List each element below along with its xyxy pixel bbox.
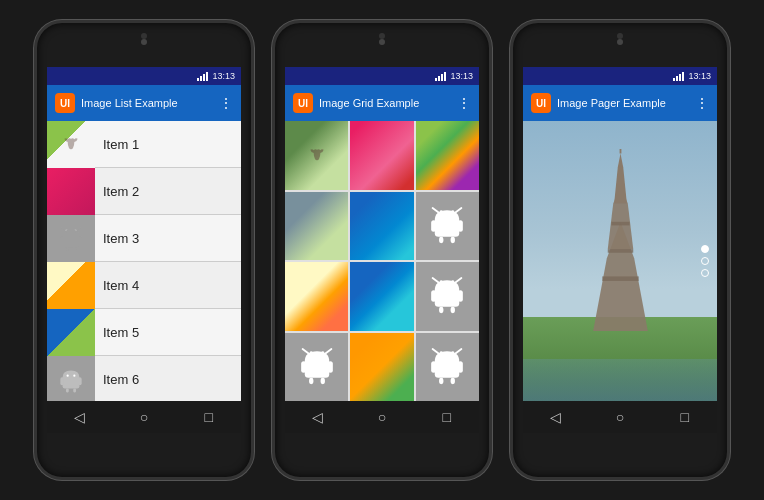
home-button-1[interactable]: ○ [129,409,159,425]
status-bar-3: 13:13 [523,67,717,85]
svg-rect-30 [439,307,443,313]
svg-rect-22 [439,237,443,243]
thumb-item2 [47,168,95,215]
status-bar-2: 13:13 [285,67,479,85]
list-item[interactable]: Item 4 [47,262,241,309]
svg-rect-47 [451,378,455,384]
svg-rect-39 [320,378,324,384]
recent-button-2[interactable]: □ [432,409,462,425]
svg-rect-38 [309,378,313,384]
svg-point-12 [67,375,69,377]
app-title-1: Image List Example [81,97,213,109]
grid-cell-14[interactable] [350,333,413,402]
svg-rect-20 [431,220,436,232]
time-3: 13:13 [688,71,711,81]
svg-rect-23 [451,237,455,243]
svg-rect-51 [607,249,632,253]
menu-btn-2[interactable]: ⋮ [457,95,471,111]
menu-btn-1[interactable]: ⋮ [219,95,233,111]
svg-rect-11 [73,389,76,393]
nav-bar-3: ◁ ○ □ [523,401,717,433]
svg-rect-3 [78,236,81,244]
home-button-2[interactable]: ○ [367,409,397,425]
list-item-text-6: Item 6 [103,372,139,387]
thumb-item3 [47,215,95,262]
svg-rect-9 [78,377,81,385]
svg-rect-52 [611,222,629,226]
list-item-text-1: Item 1 [103,137,139,152]
pager-indicator [701,245,709,277]
back-button-1[interactable]: ◁ [64,409,94,425]
grid-cell-5[interactable] [350,192,413,261]
pager-dot-3 [701,269,709,277]
app-title-2: Image Grid Example [319,97,451,109]
svg-rect-36 [301,361,306,373]
deer-icon [307,148,327,162]
list-item-text-5: Item 5 [103,325,139,340]
svg-rect-2 [60,236,63,244]
grid-cell-13[interactable] [285,333,348,402]
list-content: Item 1 Item 2 [47,121,241,401]
grid-cell-1[interactable] [285,121,348,190]
list-item-text-2: Item 2 [103,184,139,199]
svg-rect-10 [66,389,69,393]
app-icon-1: UI [55,93,75,113]
svg-rect-5 [73,248,76,252]
android-grid-icon-2 [429,274,465,318]
nav-bar-1: ◁ ○ □ [47,401,241,433]
svg-rect-45 [458,361,463,373]
menu-btn-3[interactable]: ⋮ [695,95,709,111]
signal-icon-1 [197,71,208,81]
phone-pager: 13:13 UI Image Pager Example ⋮ [510,20,730,480]
time-2: 13:13 [450,71,473,81]
phone-list: 13:13 UI Image List Example ⋮ Item 1 Ite… [34,20,254,480]
android-grid-icon-4 [429,345,465,389]
list-item-text-3: Item 3 [103,231,139,246]
grid-cell-4[interactable] [285,192,348,261]
list-item[interactable]: Item 1 [47,121,241,168]
list-item[interactable]: Item 3 [47,215,241,262]
svg-rect-37 [327,361,332,373]
grid-cell-3[interactable] [416,121,479,190]
pager-dot-2 [701,257,709,265]
app-icon-2: UI [293,93,313,113]
list-item[interactable]: Item 6 [47,356,241,401]
grid-cell-15[interactable] [416,333,479,402]
list-item[interactable]: Item 5 [47,309,241,356]
time-1: 13:13 [212,71,235,81]
svg-point-13 [73,375,75,377]
thumb-item1 [47,121,95,168]
back-button-3[interactable]: ◁ [540,409,570,425]
list-item[interactable]: Item 2 [47,168,241,215]
list-item-text-4: Item 4 [103,278,139,293]
android-grid-icon-3 [299,345,335,389]
app-bar-3: UI Image Pager Example ⋮ [523,85,717,121]
thumb-item6 [47,356,95,402]
back-button-2[interactable]: ◁ [302,409,332,425]
recent-button-1[interactable]: □ [194,409,224,425]
svg-rect-8 [60,377,63,385]
svg-rect-44 [431,361,436,373]
app-bar-1: UI Image List Example ⋮ [47,85,241,121]
app-bar-2: UI Image Grid Example ⋮ [285,85,479,121]
pager-content[interactable] [523,121,717,401]
svg-rect-46 [439,378,443,384]
phone-grid: 13:13 UI Image Grid Example ⋮ [272,20,492,480]
grid-cell-9[interactable] [416,262,479,331]
home-button-3[interactable]: ○ [605,409,635,425]
status-bar-1: 13:13 [47,67,241,85]
svg-rect-29 [458,290,463,302]
pager-dot-1 [701,245,709,253]
app-title-3: Image Pager Example [557,97,689,109]
grid-cell-2[interactable] [350,121,413,190]
grid-content [285,121,479,401]
android-icon-3 [57,224,85,252]
svg-rect-21 [458,220,463,232]
recent-button-3[interactable]: □ [670,409,700,425]
grid-cell-8[interactable] [350,262,413,331]
eiffel-tower-icon [572,149,669,331]
grid-cell-7[interactable] [285,262,348,331]
svg-rect-31 [451,307,455,313]
signal-icon-2 [435,71,446,81]
grid-cell-6[interactable] [416,192,479,261]
